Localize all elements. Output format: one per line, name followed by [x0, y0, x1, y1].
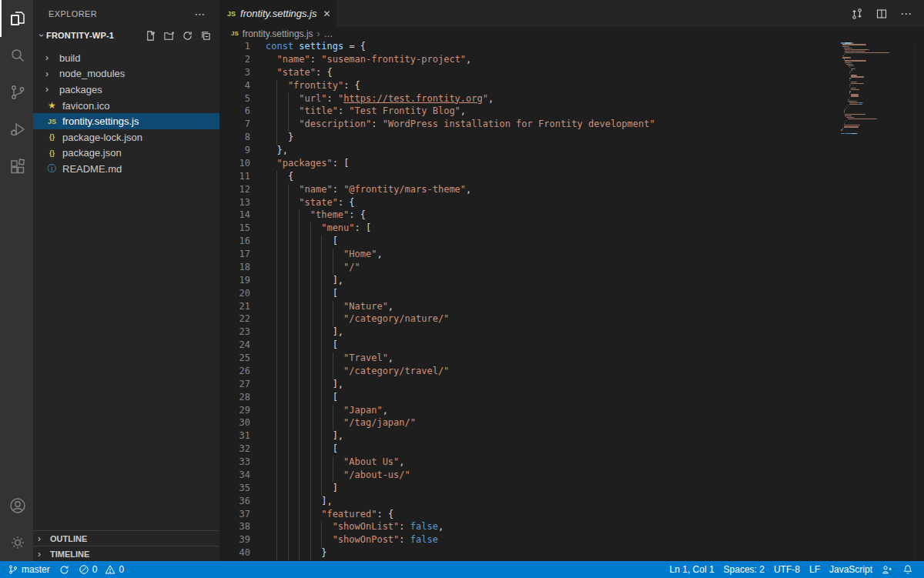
run-debug-icon[interactable] — [0, 111, 33, 148]
tree-item-package-lock.json[interactable]: {}package-lock.json — [33, 129, 219, 145]
account-icon[interactable] — [0, 487, 33, 524]
code-line[interactable]: "/about-us/" — [266, 469, 830, 483]
code-line[interactable]: [ — [266, 392, 830, 405]
code-line[interactable]: [ — [266, 443, 830, 456]
code-line[interactable]: ], — [266, 430, 830, 443]
code-line[interactable]: } — [266, 547, 830, 560]
line-number[interactable]: 12 — [219, 184, 250, 197]
code-line[interactable]: ], — [266, 496, 830, 509]
line-number[interactable]: 15 — [219, 222, 250, 236]
code-line[interactable]: "/tag/japan/" — [266, 417, 830, 430]
vertical-scrollbar[interactable] — [914, 42, 924, 561]
line-number[interactable]: 1 — [219, 41, 250, 54]
line-number[interactable]: 14 — [219, 209, 250, 222]
breadcrumb[interactable]: JS frontity.settings.js › … — [219, 27, 924, 40]
code-line[interactable]: "name": "suseman-frontity-project", — [266, 54, 830, 67]
code-lines[interactable]: const settings = {"name": "suseman-front… — [266, 41, 830, 560]
indentation-status[interactable]: Spaces: 2 — [719, 561, 769, 578]
line-number-gutter[interactable]: 1234567891011121314151617181920212223242… — [219, 41, 250, 560]
code-line[interactable]: "featured": { — [266, 509, 830, 522]
line-number[interactable]: 10 — [219, 158, 250, 171]
line-number[interactable]: 17 — [219, 249, 250, 262]
tree-item-favicon.ico[interactable]: ★favicon.ico — [33, 98, 219, 114]
sync-status[interactable] — [55, 561, 74, 578]
line-number[interactable]: 5 — [219, 93, 250, 106]
tree-item-build[interactable]: ›build — [33, 50, 219, 66]
close-icon[interactable]: ✕ — [321, 7, 332, 21]
line-number[interactable]: 23 — [219, 326, 250, 339]
new-folder-icon[interactable] — [163, 30, 175, 42]
line-number[interactable]: 4 — [219, 80, 250, 93]
eol-status[interactable]: LF — [805, 561, 825, 578]
notifications-status[interactable] — [898, 561, 918, 578]
code-line[interactable]: const settings = { — [266, 41, 830, 54]
line-number[interactable]: 22 — [219, 313, 250, 326]
code-line[interactable]: } — [266, 132, 830, 145]
line-number[interactable]: 36 — [219, 496, 250, 509]
problems-status[interactable]: 0 0 — [74, 561, 129, 578]
feedback-status[interactable] — [877, 561, 898, 578]
code-line[interactable]: [ — [266, 288, 830, 301]
line-number[interactable]: 20 — [219, 288, 250, 301]
line-number[interactable]: 29 — [219, 405, 250, 418]
line-number[interactable]: 32 — [219, 443, 250, 456]
tree-item-packages[interactable]: ›packages — [33, 82, 219, 98]
code-line[interactable]: "/" — [266, 262, 830, 275]
code-line[interactable]: "state": { — [266, 67, 830, 80]
code-line[interactable]: "Japan", — [266, 405, 830, 418]
line-number[interactable]: 6 — [219, 105, 250, 119]
code-line[interactable]: "showOnPost": false — [266, 534, 830, 547]
git-branch-status[interactable]: master — [3, 561, 55, 578]
tree-item-README.md[interactable]: ⓘREADME.md — [33, 161, 219, 177]
code-line[interactable]: "Home", — [266, 249, 830, 262]
extensions-icon[interactable] — [0, 148, 33, 185]
line-number[interactable]: 25 — [219, 352, 250, 366]
line-number[interactable]: 30 — [219, 417, 250, 430]
tab-frontity-settings[interactable]: JS frontity.settings.js ✕ — [219, 0, 336, 27]
line-number[interactable]: 33 — [219, 456, 250, 469]
line-number[interactable]: 37 — [219, 509, 250, 522]
code-line[interactable]: "About Us", — [266, 456, 830, 469]
outline-panel[interactable]: › OUTLINE — [33, 530, 219, 546]
tree-item-package.json[interactable]: {}package.json — [33, 145, 219, 162]
cursor-position-status[interactable]: Ln 1, Col 1 — [665, 561, 719, 578]
line-number[interactable]: 24 — [219, 339, 250, 352]
code-line[interactable]: ], — [266, 326, 830, 339]
code-line[interactable]: [ — [266, 236, 830, 249]
line-number[interactable]: 7 — [219, 119, 250, 132]
tree-item-frontity.settings.js[interactable]: JSfrontity.settings.js — [33, 113, 219, 129]
search-icon[interactable] — [0, 37, 33, 74]
code-line[interactable]: }, — [266, 145, 830, 158]
language-mode-status[interactable]: JavaScript — [825, 561, 877, 578]
line-number[interactable]: 35 — [219, 483, 250, 496]
line-number[interactable]: 38 — [219, 521, 250, 534]
line-number[interactable]: 28 — [219, 392, 250, 405]
line-number[interactable]: 19 — [219, 275, 250, 288]
code-line[interactable]: "/category/nature/" — [266, 313, 830, 326]
code-line[interactable]: "frontity": { — [266, 80, 830, 93]
code-line[interactable]: ], — [266, 275, 830, 288]
code-line[interactable]: "url": "https://test.frontity.org", — [266, 93, 830, 106]
code-line[interactable]: "description": "WordPress installation f… — [266, 119, 830, 132]
more-actions-icon[interactable]: ⋯ — [195, 8, 206, 20]
new-file-icon[interactable] — [145, 30, 156, 42]
line-number[interactable]: 31 — [219, 430, 250, 443]
more-actions-icon[interactable]: ⋯ — [900, 7, 912, 21]
line-number[interactable]: 26 — [219, 366, 250, 379]
line-number[interactable]: 18 — [219, 262, 250, 275]
code-line[interactable]: "Nature", — [266, 301, 830, 314]
minimap[interactable] — [841, 42, 912, 134]
code-line[interactable]: { — [266, 171, 830, 184]
line-number[interactable]: 34 — [219, 469, 250, 483]
line-number[interactable]: 8 — [219, 132, 250, 145]
code-line[interactable]: ], — [266, 379, 830, 392]
code-line[interactable]: "menu": [ — [266, 222, 830, 236]
source-control-icon[interactable] — [0, 74, 33, 111]
line-number[interactable]: 3 — [219, 67, 250, 80]
code-line[interactable]: "state": { — [266, 197, 830, 210]
timeline-panel[interactable]: › TIMELINE — [33, 546, 219, 561]
line-number[interactable]: 27 — [219, 379, 250, 392]
project-header[interactable]: › FRONTITY-WP-1 — [33, 27, 219, 44]
settings-gear-icon[interactable] — [0, 524, 33, 561]
line-number[interactable]: 13 — [219, 197, 250, 210]
